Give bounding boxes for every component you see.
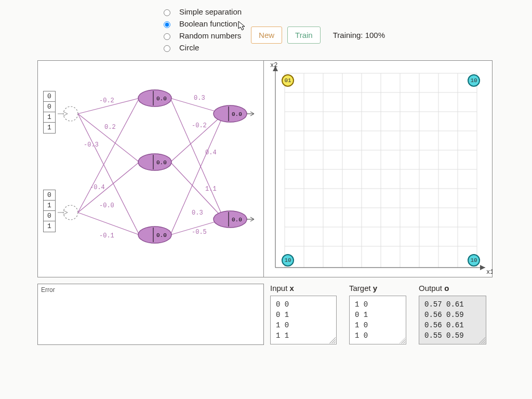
plot-point[interactable]: 10 — [468, 75, 480, 86]
resize-grip-icon[interactable] — [329, 337, 336, 343]
resize-grip-icon[interactable] — [399, 337, 405, 343]
io-row: 1 1 — [276, 331, 289, 340]
hidden-node-3[interactable]: 0.0 — [138, 227, 171, 243]
dataset-radio-simple[interactable] — [164, 9, 170, 16]
dataset-radio-group: Simple separation Boolean function Rando… — [161, 7, 242, 52]
weight-label: -0.1 — [99, 232, 114, 240]
dataset-option-simple[interactable]: Simple separation — [161, 7, 242, 16]
dataset-option-random[interactable]: Random numbers — [161, 31, 242, 40]
hidden-value: 0.0 — [156, 96, 167, 102]
dataset-radio-circle[interactable] — [164, 45, 170, 52]
plot-panel: x1 x2 01 10 10 10 — [264, 60, 493, 277]
train-button[interactable]: Train — [287, 26, 321, 44]
dataset-label: Random numbers — [179, 31, 241, 40]
io-row: 1 0 — [355, 331, 368, 340]
io-row: 0 1 — [276, 311, 289, 319]
input-node-1 — [63, 107, 78, 121]
error-label: Error — [41, 286, 55, 294]
svg-line-7 — [78, 212, 139, 235]
hidden-value: 0.0 — [156, 232, 167, 238]
input-header: Input x — [270, 284, 337, 292]
weight-label: 1.1 — [205, 185, 217, 193]
weight-label: -0.0 — [99, 202, 114, 209]
dataset-label: Circle — [179, 43, 199, 52]
svg-text:01: 01 — [284, 77, 291, 84]
plot-point[interactable]: 01 — [282, 75, 294, 86]
weight-label: -0.4 — [90, 184, 105, 191]
input-box[interactable]: 0 0 0 1 1 0 1 1 — [270, 296, 337, 344]
io-row: 1 0 — [355, 300, 368, 309]
output-value: 0.0 — [232, 111, 242, 117]
io-row: 0.56 0.59 — [424, 311, 464, 319]
weight-label: -0.2 — [192, 122, 207, 129]
dataset-option-circle[interactable]: Circle — [161, 43, 242, 52]
dataset-radio-random[interactable] — [164, 33, 170, 40]
y-axis-label: x2 — [270, 62, 277, 69]
network-panel: 0 0 1 1 0 1 0 1 — [37, 60, 264, 277]
weight-label: 0.4 — [205, 149, 217, 156]
dataset-label: Boolean function — [179, 19, 237, 28]
svg-line-4 — [78, 114, 139, 235]
plot-point[interactable]: 10 — [282, 255, 294, 266]
hidden-node-1[interactable]: 0.0 — [138, 90, 171, 107]
io-row: 1 0 — [355, 321, 368, 329]
dataset-radio-boolean[interactable] — [164, 21, 170, 28]
plot-point[interactable]: 10 — [468, 255, 480, 266]
svg-text:10: 10 — [470, 77, 477, 84]
output-header: Output o — [419, 284, 486, 292]
output-node-2[interactable]: 0.0 — [214, 211, 254, 228]
weight-label: 0.3 — [192, 209, 203, 217]
dataset-option-boolean[interactable]: Boolean function — [161, 19, 242, 28]
dataset-label: Simple separation — [179, 7, 242, 16]
input-node-2 — [63, 205, 78, 220]
io-row: 0.57 0.61 — [424, 300, 464, 309]
io-row: 0.55 0.59 — [424, 331, 464, 340]
weight-label: -0.3 — [84, 141, 99, 149]
network-svg: 0.0 0.0 0.0 0.0 — [38, 61, 264, 278]
weight-label: -0.5 — [192, 229, 207, 236]
hidden-value: 0.0 — [156, 159, 167, 166]
x-axis-label: x1 — [486, 269, 493, 276]
svg-text:10: 10 — [470, 257, 477, 263]
svg-text:10: 10 — [284, 257, 291, 263]
plot-svg: x1 x2 01 10 10 10 — [264, 61, 493, 278]
io-row: 0 0 — [276, 300, 289, 309]
svg-marker-48 — [480, 265, 485, 270]
weight-label: 0.3 — [194, 95, 205, 102]
io-row: 0 1 — [355, 311, 368, 319]
output-box: 0.57 0.61 0.56 0.59 0.56 0.61 0.55 0.59 — [419, 296, 486, 344]
resize-grip-icon — [479, 337, 485, 343]
weight-label: 0.2 — [104, 124, 116, 131]
training-status: Training: 100% — [333, 31, 385, 39]
target-header: Target y — [349, 284, 406, 292]
plot-grid — [285, 73, 477, 268]
output-value: 0.0 — [232, 217, 242, 223]
output-node-1[interactable]: 0.0 — [214, 105, 254, 122]
hidden-node-2[interactable]: 0.0 — [138, 154, 171, 170]
error-panel: Error — [37, 284, 264, 345]
svg-line-5 — [78, 98, 139, 212]
target-box[interactable]: 1 0 0 1 1 0 1 0 — [349, 296, 406, 344]
weight-label: -0.2 — [99, 97, 114, 104]
io-row: 0.56 0.61 — [424, 321, 464, 329]
io-row: 1 0 — [276, 321, 289, 329]
new-button[interactable]: New — [251, 26, 282, 44]
